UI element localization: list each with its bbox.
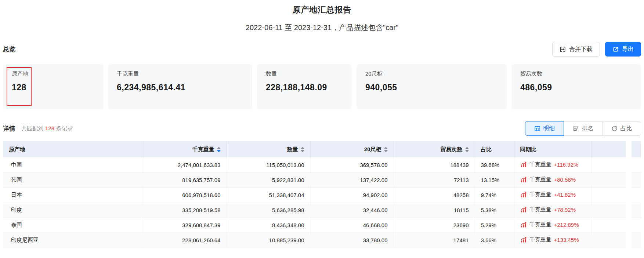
cell-kg-weight: 819,635,757.09 [143,172,227,188]
sort-icon[interactable] [217,147,221,152]
cell-teu: 94,902.00 [310,188,394,203]
cell-trade-count: 188439 [394,157,475,172]
tab-label: 明细 [543,125,555,132]
cell-empty [591,233,641,248]
cell-share: 3.66% [475,233,514,248]
cell-origin: 印度 [3,203,143,218]
cell-origin: 印度尼西亚 [3,233,143,248]
column-header-kg-weight[interactable]: 千克重量 [143,141,227,157]
details-heading: 详情 [3,124,15,133]
stat-card-value: 940,055 [365,83,507,92]
cell-quantity: 115,050,013.00 [227,157,310,172]
export-button[interactable]: 导出 [605,42,641,57]
sort-icon[interactable] [384,147,388,152]
tab-detail[interactable]: 明细 [525,121,564,136]
match-prefix: 共匹配到 [21,125,43,131]
tab-proportion[interactable]: 占比 [602,121,641,136]
stat-card-value: 486,059 [520,83,641,92]
cell-kg-weight: 228,061,260.64 [143,233,227,248]
page-title: 原产地汇总报告 [3,4,641,15]
table-grid-icon [534,126,540,132]
cell-quantity: 51,338,407.04 [227,188,310,203]
cell-quantity: 5,636,285.98 [227,203,310,218]
cell-quantity: 5,922,831.00 [227,172,310,188]
cell-origin: 中国 [3,157,143,172]
details-bar: 详情 共匹配到128条记录 明细 [3,121,641,136]
cell-yoy: 千克重量+41.82% [514,188,591,203]
sort-icon[interactable] [301,147,304,152]
table-row[interactable]: 中国 2,474,001,633.83 115,050,013.00 369,5… [3,157,641,172]
cell-kg-weight: 335,208,519.58 [143,203,227,218]
cell-teu: 32,446.00 [310,203,394,218]
cell-kg-weight: 2,474,001,633.83 [143,157,227,172]
cell-yoy: 千克重量+212.89% [514,218,591,233]
yoy-value: +212.89% [554,222,579,228]
match-count: 128 [43,125,56,131]
overview-bar: 总览 合并下载 [3,42,641,57]
sort-icon[interactable] [465,147,469,152]
table-header-row: 原产地 千克重量 数量 20尺柜 贸易次数 占比 同期比 [3,141,641,157]
rising-chart-icon [520,206,527,213]
ranking-icon [573,126,579,132]
yoy-value: +133.45% [554,237,579,243]
table-row[interactable]: 印度 335,208,519.58 5,636,285.98 32,446.00… [3,203,641,218]
merge-download-label: 合并下载 [569,46,593,53]
stat-cards: 原产地 128 千克重量 6,234,985,614.41 数量 228,188… [3,64,641,109]
table-row[interactable]: 韩国 819,635,757.09 5,922,831.00 137,422.0… [3,172,641,188]
cell-share: 5.29% [475,218,514,233]
rising-chart-icon [520,221,527,228]
yoy-metric-label: 千克重量 [529,206,551,213]
cell-origin: 泰国 [3,218,143,233]
column-header-yoy: 同期比 [514,141,591,157]
cell-yoy: 千克重量+116.92% [514,157,591,172]
stat-card-label: 贸易次数 [520,70,641,77]
cell-quantity: 10,885,239.00 [227,233,310,248]
scrollbar-gutter[interactable] [626,141,632,248]
cell-trade-count: 18115 [394,203,475,218]
cell-share: 39.68% [475,157,514,172]
cell-kg-weight: 329,600,847.39 [143,218,227,233]
table-row[interactable]: 日本 606,978,518.60 51,338,407.04 94,902.0… [3,188,641,203]
column-header-share: 占比 [475,141,514,157]
merge-download-icon [560,46,566,52]
tab-ranking[interactable]: 排名 [564,121,603,136]
stat-card-label: 原产地 [12,70,103,77]
table-row[interactable]: 印度尼西亚 228,061,260.64 10,885,239.00 33,78… [3,233,641,248]
cell-trade-count: 72113 [394,172,475,188]
cell-trade-count: 23690 [394,218,475,233]
stat-card-kg-weight: 千克重量 6,234,985,614.41 [108,64,252,109]
cell-empty [591,203,641,218]
cell-yoy: 千克重量+80.58% [514,172,591,188]
cell-empty [591,218,641,233]
cell-empty [591,188,641,203]
cell-quantity: 8,436,348.00 [227,218,310,233]
merge-download-button[interactable]: 合并下载 [552,42,600,57]
stat-card-value: 228,188,148.09 [266,83,352,92]
cell-trade-count: 17481 [394,233,475,248]
cell-yoy: 千克重量+133.45% [514,233,591,248]
column-header-quantity[interactable]: 数量 [227,141,310,157]
yoy-value: +41.82% [554,192,576,198]
column-header-teu[interactable]: 20尺柜 [310,141,394,157]
cell-origin: 日本 [3,188,143,203]
yoy-metric-label: 千克重量 [529,191,551,198]
cell-trade-count: 48258 [394,188,475,203]
table-row[interactable]: 泰国 329,600,847.39 8,436,348.00 46,668.00… [3,218,641,233]
stat-card-label: 千克重量 [117,70,252,77]
export-label: 导出 [622,46,634,53]
cell-teu: 33,780.00 [310,233,394,248]
details-table: 原产地 千克重量 数量 20尺柜 贸易次数 占比 同期比 [3,141,641,248]
yoy-metric-label: 千克重量 [529,221,551,228]
column-header-trade-count[interactable]: 贸易次数 [394,141,475,157]
rising-chart-icon [520,191,527,198]
tab-label: 排名 [582,125,594,132]
cell-origin: 韩国 [3,172,143,188]
stat-card-teu: 20尺柜 940,055 [357,64,507,109]
yoy-metric-label: 千克重量 [529,236,551,243]
rising-chart-icon [520,161,527,168]
cell-teu: 46,668.00 [310,218,394,233]
cell-empty [591,157,641,172]
yoy-value: +116.92% [554,161,579,168]
view-tab-group: 明细 排名 占比 [525,121,641,136]
cell-teu: 137,422.00 [310,172,394,188]
